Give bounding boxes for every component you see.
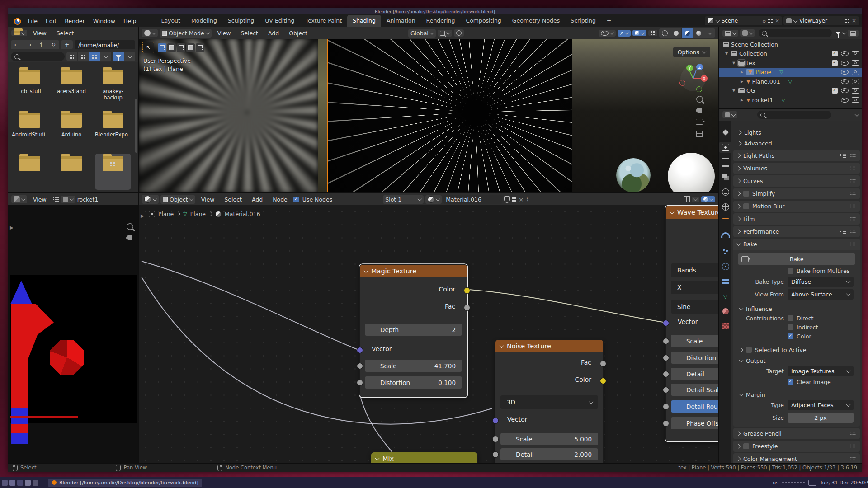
folder-item[interactable]: Arduino: [53, 110, 90, 138]
scale-field[interactable]: Scale41.700: [365, 360, 462, 372]
tab-modeling[interactable]: Modeling: [186, 15, 222, 27]
tab-material[interactable]: [719, 306, 731, 317]
collection-checkbox[interactable]: [832, 88, 838, 94]
tab-layout[interactable]: Layout: [156, 15, 186, 27]
panel-light-paths[interactable]: Light Paths: [733, 150, 860, 161]
collapse-icon[interactable]: [670, 210, 675, 214]
shading-solid-button[interactable]: [670, 28, 681, 38]
socket-input[interactable]: [663, 404, 669, 410]
white-sphere-object[interactable]: [668, 153, 715, 192]
close-icon[interactable]: ×: [775, 18, 779, 24]
tab-output[interactable]: [719, 157, 731, 168]
shading-rendered-button[interactable]: [693, 28, 704, 38]
hide-eye-icon[interactable]: [841, 79, 849, 84]
tab-shading[interactable]: Shading: [347, 15, 381, 27]
display-mode-button[interactable]: [740, 29, 755, 37]
folder-item[interactable]: [53, 154, 90, 190]
select-tool-button[interactable]: [177, 43, 185, 52]
bake-button[interactable]: Bake: [738, 253, 855, 265]
window-titlebar[interactable]: Blender [/home/amalie/Desktop/blender/fi…: [8, 8, 862, 14]
socket-input[interactable]: [663, 387, 669, 393]
drag-handle-icon[interactable]: [850, 166, 856, 171]
menu-help[interactable]: Help: [119, 16, 141, 26]
socket-vector-input[interactable]: [663, 320, 669, 326]
sh-menu-view[interactable]: View: [197, 195, 219, 204]
shader-type-selector[interactable]: Object: [160, 195, 195, 204]
panel-checkbox[interactable]: [743, 443, 749, 449]
chevron-down-icon[interactable]: [842, 30, 847, 35]
folder-item[interactable]: acers3fand: [53, 67, 90, 94]
panel-motion-blur[interactable]: Motion Blur: [733, 201, 860, 212]
outliner-row-tex[interactable]: ▼ tex: [719, 58, 862, 68]
tab-view-layer[interactable]: [719, 172, 731, 183]
tray-indicator-icon[interactable]: [808, 480, 816, 486]
copy-icon[interactable]: [768, 19, 773, 23]
new-folder-button[interactable]: +: [61, 40, 73, 49]
hide-eye-icon[interactable]: [841, 51, 849, 56]
drag-handle-icon[interactable]: [850, 216, 856, 221]
detail-field[interactable]: Detail: [671, 368, 718, 380]
folder-item[interactable]: anakey-backup: [95, 67, 131, 101]
file-search-input[interactable]: [11, 52, 65, 61]
overlays-toggle[interactable]: [632, 30, 646, 36]
properties-search-input[interactable]: [757, 111, 831, 119]
drag-handle-icon[interactable]: [850, 204, 856, 209]
display-thumbnail-button[interactable]: [89, 52, 100, 61]
folder-item[interactable]: BlenderExpo...: [95, 110, 131, 138]
node-header[interactable]: Noise Texture: [495, 340, 603, 352]
xray-toggle[interactable]: [648, 30, 657, 36]
tab-world[interactable]: [719, 202, 731, 212]
node-wave-texture[interactable]: Wave Texture Bands X Sine Vector Scale D…: [665, 206, 718, 441]
outliner-row-collection[interactable]: ▼ Collection: [719, 49, 862, 59]
object-visibility-button[interactable]: [599, 30, 616, 37]
sidebar-toggle-icon[interactable]: ▶: [10, 225, 14, 230]
select-box-button[interactable]: [158, 43, 166, 52]
overlay-toggle[interactable]: [701, 196, 715, 202]
distortion-field[interactable]: Distortion: [671, 352, 718, 364]
hide-eye-icon[interactable]: [841, 70, 849, 75]
detail-field[interactable]: Detail2.000: [500, 448, 598, 460]
editor-type-button[interactable]: [11, 30, 27, 36]
pin-icon[interactable]: ⌀: [763, 18, 766, 24]
hide-eye-icon[interactable]: [841, 98, 849, 103]
clock[interactable]: Tue, 31 Dec 20:50:5: [820, 480, 868, 486]
axis-x-handle[interactable]: X: [701, 75, 708, 82]
outliner-row-rocket1[interactable]: ▶ ▼ rocket1 ▽: [719, 95, 862, 105]
node-magic-texture[interactable]: Magic Texture Color Fac Depth2 Vector Sc…: [359, 264, 467, 397]
drag-handle-icon[interactable]: [850, 178, 856, 183]
subpanel-advanced[interactable]: Advanced: [731, 138, 862, 149]
menu-edit[interactable]: Edit: [42, 16, 61, 26]
drag-handle-icon[interactable]: [850, 191, 856, 196]
fb-menu-view[interactable]: View: [29, 28, 51, 38]
render-camera-icon[interactable]: [852, 88, 859, 94]
tab-animation[interactable]: Animation: [381, 15, 421, 27]
distortion-field[interactable]: Distortion0.100: [365, 376, 462, 389]
expand-icon[interactable]: ▶: [739, 98, 745, 102]
tab-scripting[interactable]: Scripting: [565, 15, 601, 27]
socket-vector-input[interactable]: [492, 418, 499, 424]
socket-input[interactable]: [663, 355, 669, 361]
clear-image-checkbox[interactable]: Clear Image: [788, 379, 854, 385]
image-datablock-selector[interactable]: [61, 196, 75, 203]
file-grid-scrollbar[interactable]: [135, 99, 137, 153]
taskbar-app-icon[interactable]: [9, 480, 15, 486]
collapse-icon[interactable]: [364, 268, 368, 273]
tab-geometry-nodes[interactable]: Geometry Nodes: [507, 15, 565, 27]
bake-type-dropdown[interactable]: Diffuse: [788, 277, 854, 287]
expand-icon[interactable]: ▶: [739, 70, 745, 74]
render-camera-icon[interactable]: [852, 60, 859, 66]
folder-item[interactable]: [12, 154, 48, 190]
taskbar-app-icon[interactable]: [17, 480, 23, 486]
hide-eye-icon[interactable]: [841, 61, 849, 66]
wave-type-dropdown[interactable]: Bands: [671, 263, 718, 277]
drag-handle-icon[interactable]: [850, 229, 856, 234]
subpanel-lights[interactable]: Lights: [731, 127, 862, 138]
axis-negx-handle[interactable]: [679, 80, 685, 86]
render-camera-icon[interactable]: [852, 97, 859, 103]
zoom-icon[interactable]: [127, 223, 133, 230]
subpanel-influence[interactable]: Influence: [733, 303, 860, 314]
expand-icon[interactable]: ▼: [724, 52, 729, 56]
display-mode-dropdown[interactable]: [100, 52, 111, 61]
sh-menu-add[interactable]: Add: [248, 195, 267, 204]
material-browse-button[interactable]: [425, 195, 442, 204]
